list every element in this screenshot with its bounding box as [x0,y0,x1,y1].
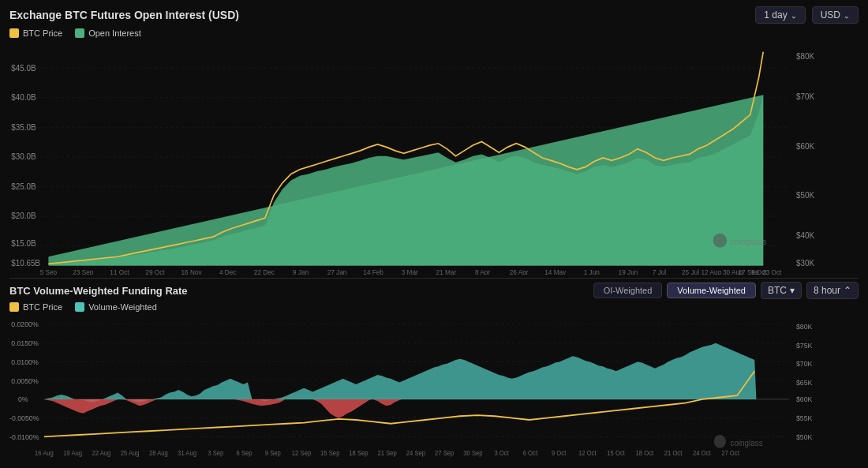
svg-text:$45.0B: $45.0B [11,63,36,72]
bottom-chart-area: 0.0200% 0.0150% 0.0100% 0.0050% 0% -0.00… [9,315,859,465]
svg-text:$35.0B: $35.0B [11,123,36,132]
svg-text:$65K: $65K [796,379,812,387]
top-chart-svg: $45.0B $40.0B $35.0B $30.0B $25.0B $20.0… [9,41,859,275]
svg-text:$40.0B: $40.0B [11,93,36,102]
svg-marker-72 [122,399,157,406]
top-chart-area: $45.0B $40.0B $35.0B $30.0B $25.0B $20.0… [9,41,859,275]
svg-text:22 Dec: 22 Dec [254,268,275,275]
svg-text:$80K: $80K [796,323,812,331]
svg-marker-75 [373,399,402,406]
top-chart-section: Exchange BTC Futures Open Interest (USD)… [9,6,859,275]
interval-dropdown[interactable]: 8 hour ⌃ [806,282,859,299]
svg-text:$10.65B: $10.65B [11,258,40,267]
svg-text:29 Oct: 29 Oct [145,268,165,275]
svg-text:18 Sep: 18 Sep [349,450,369,457]
svg-text:30 Sep: 30 Sep [463,450,483,457]
legend-volume-weighted: Volume-Weighted [75,302,157,312]
bottom-chart-section: BTC Volume-Weighted Funding Rate OI-Weig… [9,282,859,465]
svg-text:19 Jun: 19 Jun [619,268,638,275]
svg-text:3 Sep: 3 Sep [208,450,224,457]
bottom-chart-controls: OI-Weighted Volume-Weighted BTC ▾ 8 hour… [593,282,859,299]
svg-text:1 Jun: 1 Jun [584,268,600,275]
svg-text:23 Oct: 23 Oct [762,268,782,275]
svg-text:24 Oct: 24 Oct [693,450,711,457]
svg-text:27 Sep: 27 Sep [435,450,455,457]
svg-text:16 Nov: 16 Nov [181,268,203,275]
svg-point-101 [714,435,726,448]
legend-btc-price-label-bottom: BTC Price [23,302,62,312]
svg-point-47 [713,234,728,248]
svg-text:21 Sep: 21 Sep [378,450,398,457]
svg-text:3 Oct: 3 Oct [494,450,509,457]
svg-text:6 Oct: 6 Oct [523,450,538,457]
svg-text:$70K: $70K [796,360,812,368]
interval-label: 8 hour [814,285,840,296]
svg-text:$55K: $55K [796,414,812,422]
svg-text:28 Aug: 28 Aug [149,450,168,457]
volume-weighted-dot [75,302,84,312]
svg-text:0.0100%: 0.0100% [11,358,39,366]
top-chart-legend: BTC Price Open Interest [9,28,859,38]
main-container: Exchange BTC Futures Open Interest (USD)… [0,0,868,468]
interval-dropdown-arrow: ⌃ [844,285,851,296]
bottom-chart-title: BTC Volume-Weighted Funding Rate [9,285,188,297]
volume-weighted-tab[interactable]: Volume-Weighted [667,283,756,298]
currency-dropdown[interactable]: USD [812,6,859,24]
svg-text:-0.0100%: -0.0100% [9,433,39,441]
svg-text:25 Jul: 25 Jul [682,268,699,275]
svg-text:coinglass: coinglass [731,439,763,447]
svg-text:22 Aug: 22 Aug [92,450,110,457]
btc-price-dot-bottom [9,302,19,312]
svg-text:$20.0B: $20.0B [11,212,36,220]
svg-text:9 Oct: 9 Oct [552,450,567,457]
svg-text:$25.0B: $25.0B [11,182,36,191]
svg-text:14 Feb: 14 Feb [363,268,383,275]
top-chart-title: Exchange BTC Futures Open Interest (USD) [9,9,239,21]
svg-text:$50K: $50K [796,433,812,441]
legend-btc-price: BTC Price [9,28,62,38]
svg-text:9 Sep: 9 Sep [265,450,282,457]
bottom-chart-header: BTC Volume-Weighted Funding Rate OI-Weig… [9,282,859,299]
oi-weighted-tab[interactable]: OI-Weighted [593,283,663,298]
svg-text:coinglass: coinglass [731,237,767,246]
svg-text:$80K: $80K [796,52,814,61]
legend-btc-price-bottom: BTC Price [9,302,62,312]
svg-marker-70 [44,343,757,402]
asset-dropdown[interactable]: BTC ▾ [761,282,802,299]
legend-volume-weighted-label: Volume-Weighted [88,302,157,312]
svg-marker-73 [234,399,285,406]
svg-marker-74 [312,399,372,418]
top-chart-header: Exchange BTC Futures Open Interest (USD)… [9,6,859,24]
svg-text:7 Jul: 7 Jul [653,268,667,275]
svg-text:16 Aug: 16 Aug [35,450,54,457]
svg-text:$15.0B: $15.0B [11,238,36,247]
legend-btc-price-label: BTC Price [23,28,62,38]
svg-text:11 Oct: 11 Oct [110,268,129,275]
svg-text:31 Aug: 31 Aug [178,450,196,457]
bottom-chart-legend: BTC Price Volume-Weighted [9,302,859,312]
timeframe-dropdown[interactable]: 1 day [755,6,805,24]
svg-marker-71 [44,399,118,414]
svg-text:19 Aug: 19 Aug [63,450,82,457]
svg-text:12 Aug: 12 Aug [702,268,722,275]
svg-text:$50K: $50K [796,191,814,200]
svg-text:26 Apr: 26 Apr [510,268,529,275]
svg-text:6 Sep: 6 Sep [237,450,253,457]
legend-open-interest: Open Interest [75,28,141,38]
svg-text:12 Oct: 12 Oct [578,450,597,457]
svg-text:$60K: $60K [796,395,812,403]
svg-text:15 Oct: 15 Oct [607,450,625,457]
open-interest-dot [75,28,84,38]
svg-text:14 May: 14 May [544,268,567,275]
svg-text:0%: 0% [18,395,28,403]
svg-text:23 Sep: 23 Sep [73,268,93,275]
svg-text:3 Mar: 3 Mar [402,268,418,275]
svg-text:0.0150%: 0.0150% [11,339,39,347]
asset-label: BTC [768,285,787,296]
svg-text:$75K: $75K [796,341,812,349]
svg-text:9 Jan: 9 Jan [293,268,309,275]
svg-text:15 Sep: 15 Sep [320,450,340,457]
legend-open-interest-label: Open Interest [88,28,141,38]
svg-text:25 Aug: 25 Aug [121,450,140,457]
svg-text:$60K: $60K [796,141,814,150]
